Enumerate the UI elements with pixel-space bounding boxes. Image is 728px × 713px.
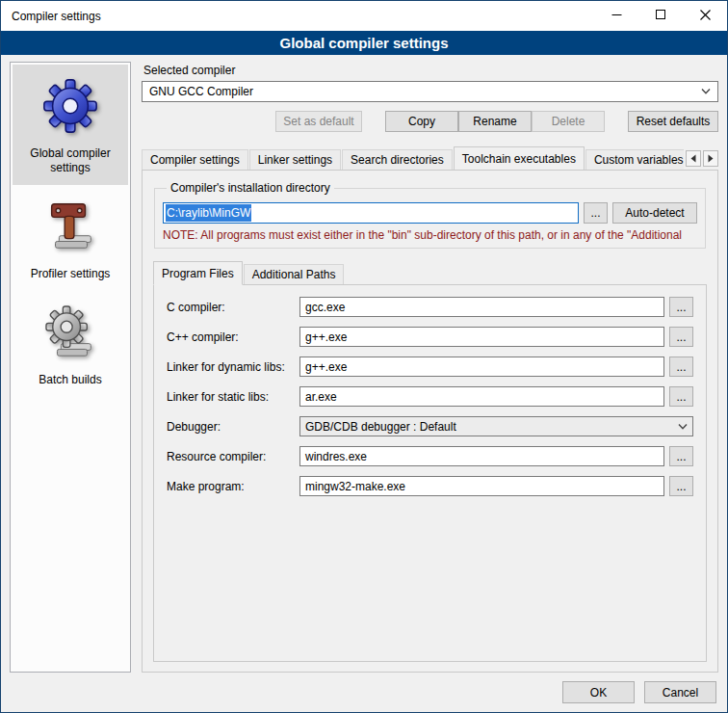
chevron-down-icon <box>695 89 711 94</box>
field-row-c-compiler: C compiler: gcc.exe ... <box>167 297 693 317</box>
tab-search-directories[interactable]: Search directories <box>342 149 453 170</box>
linker-static-input[interactable]: ar.exe <box>299 386 664 407</box>
set-as-default-button[interactable]: Set as default <box>275 111 362 132</box>
triangle-left-icon <box>689 152 697 166</box>
subtab-program-files[interactable]: Program Files <box>153 261 243 285</box>
titlebar: Compiler settings <box>1 1 727 31</box>
cpp-compiler-label: C++ compiler: <box>167 330 299 344</box>
sidebar-item-batch-builds[interactable]: Batch builds <box>13 291 128 397</box>
linker-static-label: Linker for static libs: <box>167 390 299 404</box>
program-files-tabbar: Program Files Additional Paths <box>153 261 707 284</box>
page-title: Global compiler settings <box>1 31 727 55</box>
field-row-cpp-compiler: C++ compiler: g++.exe ... <box>167 327 693 347</box>
bin-subdirectory-note: NOTE: All programs must exist either in … <box>163 228 697 242</box>
c-compiler-label: C compiler: <box>167 301 299 314</box>
linker-static-browse-button[interactable]: ... <box>669 386 693 407</box>
field-row-make-program: Make program: mingw32-make.exe ... <box>167 476 693 496</box>
tab-list: Compiler settings Linker settings Search… <box>142 146 684 170</box>
field-row-resource-compiler: Resource compiler: windres.exe ... <box>167 446 693 466</box>
c-compiler-browse-button[interactable]: ... <box>669 297 693 317</box>
maximize-button[interactable] <box>638 1 683 31</box>
settings-tabbar: Compiler settings Linker settings Search… <box>142 145 718 170</box>
debugger-label: Debugger: <box>167 420 299 434</box>
resource-compiler-label: Resource compiler: <box>167 450 299 463</box>
tab-toolchain-executables[interactable]: Toolchain executables <box>454 146 585 170</box>
close-button[interactable] <box>683 1 727 31</box>
install-dir-browse-button[interactable]: ... <box>584 202 608 224</box>
selected-compiler-dropdown[interactable]: GNU GCC Compiler <box>142 81 718 102</box>
installation-directory-row: C:\raylib\MinGW ... Auto-detect <box>163 202 697 224</box>
dialog-footer: OK Cancel <box>1 677 727 712</box>
resource-compiler-input[interactable]: windres.exe <box>299 446 664 466</box>
make-program-label: Make program: <box>167 480 299 493</box>
window-title: Compiler settings <box>1 10 101 23</box>
ok-button[interactable]: OK <box>562 681 635 703</box>
compiler-settings-content: Selected compiler GNU GCC Compiler Set a… <box>142 62 718 673</box>
make-program-browse-button[interactable]: ... <box>669 476 693 496</box>
c-compiler-input[interactable]: gcc.exe <box>299 297 664 317</box>
cpp-compiler-input[interactable]: g++.exe <box>299 327 664 347</box>
maximize-icon <box>656 10 666 23</box>
sidebar-item-label: Global compiler settings <box>16 146 124 175</box>
debugger-value: GDB/CDB debugger : Default <box>305 420 672 434</box>
autodetect-button[interactable]: Auto-detect <box>612 202 697 224</box>
installation-directory-group-title: Compiler's installation directory <box>167 181 334 195</box>
compiler-settings-window: Compiler settings Global compiler settin… <box>0 0 728 713</box>
triangle-right-icon <box>707 152 715 166</box>
installation-directory-group: Compiler's installation directory C:\ray… <box>154 181 706 249</box>
selected-compiler-value: GNU GCC Compiler <box>149 85 695 98</box>
tab-linker-settings[interactable]: Linker settings <box>249 149 341 170</box>
selected-compiler-label: Selected compiler <box>143 64 718 77</box>
compiler-actions: Set as default Copy Rename Delete Reset … <box>142 111 718 132</box>
minimize-button[interactable] <box>594 1 638 31</box>
program-files-page: C compiler: gcc.exe ... C++ compiler: g+… <box>153 284 707 662</box>
cpp-compiler-browse-button[interactable]: ... <box>669 327 693 347</box>
field-row-debugger: Debugger: GDB/CDB debugger : Default <box>167 416 693 436</box>
sidebar-item-profiler-settings[interactable]: Profiler settings <box>13 185 128 291</box>
tab-scroll-right-button[interactable] <box>703 150 718 167</box>
install-dir-input[interactable]: C:\raylib\MinGW <box>163 202 579 224</box>
toolchain-executables-page: Compiler's installation directory C:\ray… <box>142 170 718 673</box>
blue-gear-icon <box>40 76 100 139</box>
linker-dynamic-label: Linker for dynamic libs: <box>167 360 299 374</box>
field-row-linker-dynamic: Linker for dynamic libs: g++.exe ... <box>167 356 693 377</box>
make-program-input[interactable]: mingw32-make.exe <box>299 476 664 496</box>
tab-custom-variables[interactable]: Custom variables <box>585 149 684 170</box>
copy-button[interactable]: Copy <box>385 111 458 132</box>
linker-dynamic-input[interactable]: g++.exe <box>299 356 664 377</box>
debugger-dropdown[interactable]: GDB/CDB debugger : Default <box>299 416 693 436</box>
tab-compiler-settings[interactable]: Compiler settings <box>142 149 248 170</box>
delete-button[interactable]: Delete <box>532 111 605 132</box>
sidebar-item-global-compiler-settings[interactable]: Global compiler settings <box>13 65 128 185</box>
gray-gear-icon <box>40 303 100 365</box>
field-row-linker-static: Linker for static libs: ar.exe ... <box>167 386 693 407</box>
resource-compiler-browse-button[interactable]: ... <box>669 446 693 466</box>
close-icon <box>700 10 711 23</box>
sidebar-item-label: Profiler settings <box>31 267 111 281</box>
subtab-additional-paths[interactable]: Additional Paths <box>244 264 345 284</box>
sidebar-item-label: Batch builds <box>39 373 101 387</box>
chevron-down-icon <box>672 424 688 430</box>
install-dir-selected-text: C:\raylib\MinGW <box>166 204 251 222</box>
tab-scroll-left-button[interactable] <box>686 150 701 167</box>
reset-defaults-button[interactable]: Reset defaults <box>628 111 718 132</box>
settings-category-list: Global compiler settings <box>10 62 131 673</box>
dialog-body: Global compiler settings <box>1 55 727 677</box>
rename-button[interactable]: Rename <box>458 111 532 132</box>
cancel-button[interactable]: Cancel <box>644 681 716 703</box>
minimize-icon <box>611 10 622 23</box>
linker-dynamic-browse-button[interactable]: ... <box>669 356 693 377</box>
tab-scrollers <box>686 150 718 170</box>
window-controls <box>594 1 727 31</box>
profiler-tool-icon <box>40 197 100 259</box>
